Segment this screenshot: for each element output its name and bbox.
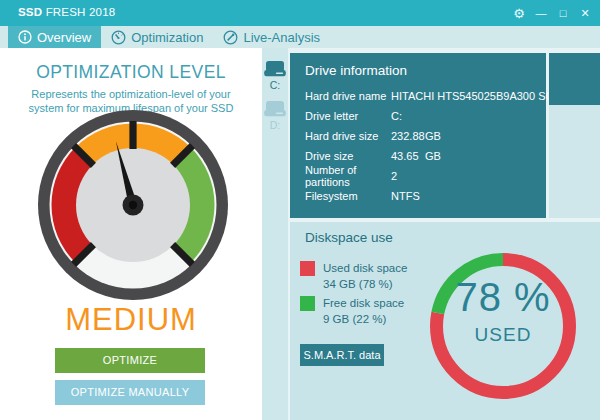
next-panel-peek <box>549 53 600 218</box>
drive-item-d[interactable]: D: <box>262 100 288 131</box>
subtitle-line-1: Represents the optimization-level of you… <box>31 88 230 100</box>
free-color-swatch <box>300 296 315 311</box>
legend-label: Free disk space <box>323 295 404 311</box>
live-analysis-icon <box>223 30 238 45</box>
drive-letter-label: C: <box>262 79 288 91</box>
row-label: Drive size <box>305 150 391 162</box>
close-icon[interactable]: ✕ <box>576 3 594 23</box>
row-unit: GB <box>425 150 441 162</box>
diskspace-title: Diskspace use <box>305 230 393 245</box>
table-row: Filesystem NTFS <box>305 186 542 206</box>
table-row: Hard drive size 232.88 GB <box>305 126 542 146</box>
title-bar: SSD FRESH 2018 ⚙ — □ ✕ <box>0 0 600 26</box>
minimize-icon[interactable]: — <box>532 3 550 23</box>
info-icon <box>18 30 32 44</box>
legend-label: Used disk space <box>323 260 407 276</box>
diskspace-donut-chart: 78 % USED <box>423 246 583 406</box>
hard-drive-icon <box>263 60 287 78</box>
optimize-manually-button[interactable]: OPTIMIZE MANUALLY <box>55 380 205 405</box>
donut-center-text: 78 % USED <box>423 246 583 406</box>
drive-letter-label: D: <box>262 119 288 131</box>
drive-information-rows: Hard drive name HITACHI HTS545025B9A300 … <box>305 86 542 206</box>
legend-used-disk-space: Used disk space 34 GB (78 %) <box>300 260 407 292</box>
tab-overview[interactable]: Overview <box>8 26 101 48</box>
optimization-gauge <box>38 110 228 300</box>
gauge-svg <box>38 110 228 300</box>
row-value: 232.88 <box>391 130 425 142</box>
optimization-level-value: MEDIUM <box>0 302 262 338</box>
app-title-bold: SSD <box>18 6 42 18</box>
tab-label: Overview <box>37 30 91 45</box>
settings-gear-icon[interactable]: ⚙ <box>510 3 528 23</box>
window-controls: ⚙ — □ ✕ <box>510 0 594 26</box>
maximize-icon[interactable]: □ <box>554 3 572 23</box>
row-value: 2 <box>391 170 397 182</box>
gauge-icon <box>111 30 126 45</box>
drive-information-panel: Drive information Hard drive name HITACH… <box>290 53 546 218</box>
drive-information-title: Drive information <box>305 63 407 78</box>
app-title: SSD FRESH 2018 <box>18 6 115 18</box>
drive-item-c[interactable]: C: <box>262 60 288 91</box>
main-content: Drive information Hard drive name HITACH… <box>288 48 600 420</box>
row-unit: GB <box>425 130 441 142</box>
optimize-automatically-button[interactable]: OPTIMIZE AUTOMATICALLY <box>55 348 205 373</box>
app-window: SSD FRESH 2018 ⚙ — □ ✕ Overview <box>0 0 600 420</box>
optimization-title: OPTIMIZATION LEVEL <box>0 62 262 83</box>
legend-detail: 9 GB (22 %) <box>323 311 404 327</box>
row-label: Filesystem <box>305 190 391 202</box>
row-value: NTFS <box>391 190 420 202</box>
tab-optimization[interactable]: Optimization <box>101 26 213 48</box>
legend-detail: 34 GB (78 %) <box>323 276 407 292</box>
used-percent-caption: USED <box>423 324 583 346</box>
tab-bar: Overview Optimization <box>0 26 600 48</box>
tab-label: Live-Analysis <box>243 30 320 45</box>
row-value: 43.65 <box>391 150 425 162</box>
table-row: Number of partitions 2 <box>305 166 542 186</box>
next-panel-peek-header <box>549 53 600 105</box>
tab-label: Optimization <box>131 30 203 45</box>
smart-data-button[interactable]: S.M.A.R.T. data <box>300 344 384 366</box>
row-label: Hard drive size <box>305 130 391 142</box>
app-title-rest: FRESH 2018 <box>42 6 115 18</box>
row-label: Number of partitions <box>305 164 391 188</box>
used-color-swatch <box>300 261 315 276</box>
legend-free-disk-space: Free disk space 9 GB (22 %) <box>300 295 404 327</box>
used-percent-value: 78 % <box>423 275 583 320</box>
row-label: Hard drive name <box>305 90 391 102</box>
table-row: Drive letter C: <box>305 106 542 126</box>
optimization-panel: OPTIMIZATION LEVEL Represents the optimi… <box>0 48 262 420</box>
drive-selector-strip: C: D: <box>262 48 288 420</box>
table-row: Hard drive name HITACHI HTS545025B9A300 … <box>305 86 542 106</box>
table-row: Drive size 43.65 GB <box>305 146 542 166</box>
tab-live-analysis[interactable]: Live-Analysis <box>213 26 330 48</box>
hard-drive-icon <box>263 100 287 118</box>
row-label: Drive letter <box>305 110 391 122</box>
row-value: C: <box>391 110 402 122</box>
diskspace-panel: Diskspace use Used disk space 34 GB (78 … <box>290 222 600 420</box>
